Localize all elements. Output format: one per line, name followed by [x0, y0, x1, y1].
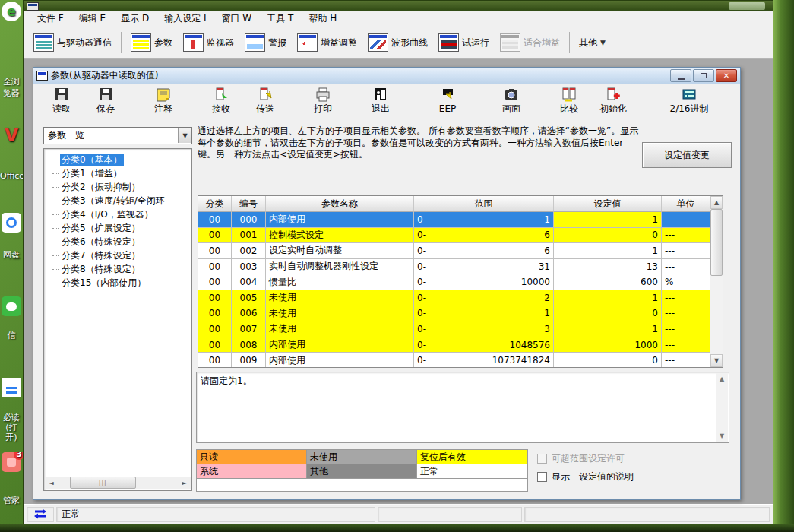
over-range-checkbox: 可超范围设定许可: [537, 452, 625, 465]
scroll-up-icon[interactable]: ▲: [710, 196, 723, 209]
exit-button[interactable]: 退出: [359, 86, 403, 115]
tree-horizontal-scrollbar[interactable]: ◄ ||| ►: [45, 477, 191, 489]
toolbar-other-button[interactable]: 其他 ▼: [574, 33, 611, 52]
desktop-icon-guard[interactable]: 3 管家: [0, 452, 23, 513]
toolbar-param-button[interactable]: 参数: [125, 30, 178, 55]
tree-item-class4[interactable]: 分类4（I/O，监视器）: [52, 207, 191, 221]
table-row[interactable]: 00 000 内部使用 0-1 1 ---: [198, 212, 710, 228]
desktop-icon-netdisk[interactable]: 网盘: [0, 213, 23, 270]
scrollbar-thumb[interactable]: [710, 209, 723, 276]
table-row[interactable]: 00 009 内部使用 0-1073741824 0 ---: [198, 353, 710, 367]
table-row[interactable]: 00 005 未使用 0-2 1 ---: [198, 290, 710, 306]
radix-button[interactable]: 2/16进制: [661, 86, 717, 115]
desktop-icon-wechat[interactable]: 信: [0, 296, 23, 351]
status-panel-2: [378, 507, 522, 522]
set-value-change-button[interactable]: 设定值变更: [642, 142, 732, 168]
desktop-icon-readme[interactable]: 必读 (打开): [0, 378, 23, 446]
desktop-icon-office[interactable]: V Office: [0, 125, 23, 186]
tree-item-class15[interactable]: 分类15（内部使用）: [52, 276, 191, 290]
desktop-icons: e 全浏览器 V Office 网盘 信 必读 (打开) 3 管家: [0, 0, 23, 532]
memo-scrollbar[interactable]: ▲▼: [716, 373, 728, 442]
eep-button[interactable]: EEP: [425, 86, 470, 115]
fit-gain-icon: [500, 33, 520, 52]
scroll-left-icon[interactable]: ◄: [45, 477, 58, 489]
tree-item-class8[interactable]: 分类8（特殊设定）: [52, 262, 191, 276]
tree-item-class7[interactable]: 分类7（特殊设定）: [52, 249, 191, 262]
desktop-icon-label: 网盘: [0, 249, 23, 261]
print-button[interactable]: 打印: [301, 86, 345, 115]
trial-run-icon: [438, 33, 459, 52]
save-button[interactable]: 保存: [84, 86, 128, 115]
description-text: 通过选择左上方的项目、左下方的子项目显示相关参数。 所有参数要查看数字顺序，请选…: [198, 125, 641, 161]
close-button[interactable]: ✕: [716, 69, 737, 82]
scroll-up-icon: ▲: [720, 375, 724, 382]
table-row[interactable]: 00 001 控制模式设定 0-6 0 ---: [198, 228, 710, 244]
toolbar-gain-button[interactable]: 增益调整: [292, 30, 362, 55]
init-button[interactable]: 初始化: [591, 86, 635, 115]
legend-system: 系统: [197, 464, 307, 479]
monitor-icon: [183, 33, 204, 52]
receive-button[interactable]: 接收: [199, 86, 243, 115]
floppy-read-icon: [52, 87, 71, 103]
compare-icon: [560, 87, 578, 103]
legend-reset-effective: 复位后有效: [417, 450, 527, 464]
wps-office-icon: V: [2, 125, 21, 145]
menu-file[interactable]: 文件 F: [30, 11, 71, 27]
table-row[interactable]: 00 002 设定实时自动调整 0-6 1 ---: [198, 243, 710, 259]
restore-button[interactable]: [693, 69, 714, 82]
screen-button[interactable]: 画面: [489, 86, 533, 115]
waveform-icon: [368, 33, 388, 52]
desktop-icon-label: 管家: [0, 495, 23, 506]
tree-item-class6[interactable]: 分类6（特殊设定）: [52, 235, 191, 249]
show-setvalue-desc-checkbox[interactable]: 显示 - 设定值的说明: [537, 470, 634, 483]
toolbar-wave-button[interactable]: 波形曲线: [362, 30, 433, 55]
parameter-titlebar[interactable]: 参数(从驱动器中读取的值) ✕: [33, 68, 740, 84]
scroll-right-icon[interactable]: ►: [178, 477, 191, 489]
category-combobox[interactable]: 参数一览 ▼: [43, 127, 192, 144]
toolbar-comm-button[interactable]: 与驱动器通信: [28, 30, 117, 55]
app-titlebar[interactable]: [24, 1, 773, 11]
guard-icon: 3: [2, 452, 21, 472]
receive-icon: [212, 87, 230, 103]
mdi-area: 参数(从驱动器中读取的值) ✕ 读取 保存: [24, 59, 773, 504]
table-row[interactable]: 00 007 未使用 0-3 1 ---: [198, 321, 710, 337]
scrollbar-thumb[interactable]: |||: [70, 477, 136, 489]
menu-edit[interactable]: 编辑 E: [71, 11, 113, 27]
parameter-memo[interactable]: 请固定为1。 ▲▼: [196, 372, 729, 443]
window-controls[interactable]: [729, 2, 765, 10]
toolbar-trial-button[interactable]: 试运行: [433, 30, 495, 55]
table-row[interactable]: 00 003 实时自动调整机器刚性设定 0-31 13 ---: [198, 259, 710, 275]
table-row[interactable]: 00 004 惯量比 0-10000 600 %: [198, 274, 710, 290]
read-button[interactable]: 读取: [40, 86, 84, 115]
menu-window[interactable]: 窗口 W: [214, 11, 260, 27]
tree-item-class0[interactable]: 分类0（基本）: [52, 153, 191, 166]
memo-text: 请固定为1。: [201, 375, 252, 386]
toolbar-fitgain-button: 适合增益: [495, 30, 565, 55]
menu-view[interactable]: 显示 D: [113, 11, 157, 27]
chevron-down-icon[interactable]: ▼: [178, 128, 191, 143]
minimize-button[interactable]: [670, 69, 691, 82]
table-vertical-scrollbar[interactable]: ▲ ▼: [710, 196, 723, 367]
tree-item-class5[interactable]: 分类5（扩展设定）: [52, 221, 191, 235]
table-row[interactable]: 00 008 内部使用 0-1048576 1000 ---: [198, 337, 710, 353]
combobox-value: 参数一览: [48, 129, 84, 142]
table-row[interactable]: 00 006 未使用 0-1 0 ---: [198, 306, 710, 322]
menubar: 文件 F 编辑 E 显示 D 输入设定 I 窗口 W 工具 T 帮助 H: [24, 11, 773, 27]
menu-input-setting[interactable]: 输入设定 I: [157, 11, 214, 27]
toolbar-monitor-button[interactable]: 监视器: [178, 30, 239, 55]
comment-button[interactable]: 注释: [141, 86, 185, 115]
send-button[interactable]: 传送: [243, 86, 287, 115]
tree-item-class1[interactable]: 分类1（增益）: [52, 166, 191, 180]
tree-item-class3[interactable]: 分类3（速度/转矩/全闭环: [52, 194, 191, 207]
status-text-panel: 正常: [56, 507, 375, 522]
checkbox-icon[interactable]: [537, 472, 547, 482]
desktop-icon-browser[interactable]: e 全浏览器: [0, 2, 23, 100]
tree-item-class2[interactable]: 分类2（振动抑制）: [52, 180, 191, 194]
compare-button[interactable]: 比较: [547, 86, 591, 115]
scroll-down-icon[interactable]: ▼: [710, 354, 723, 367]
exit-door-icon: [372, 87, 390, 103]
toolbar-alarm-button[interactable]: 警报: [239, 30, 292, 55]
menu-tools[interactable]: 工具 T: [259, 11, 301, 27]
printer-icon: [314, 87, 332, 103]
menu-help[interactable]: 帮助 H: [301, 11, 344, 27]
